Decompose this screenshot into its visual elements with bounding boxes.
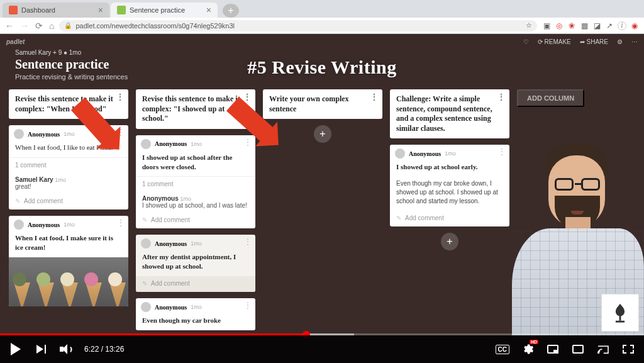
back-icon[interactable]: ← [5,21,14,31]
ext-icon[interactable]: ▣ [542,21,551,30]
board-title: Sentence practice [15,57,128,72]
comment-text: I showed up at school, and I was late! [142,202,247,209]
card-author: Anonymous [155,304,187,311]
share-button[interactable]: ➦ SHARE [580,38,608,45]
column-header[interactable]: Write your own complex sentence ⋮ [263,89,382,119]
forward-icon[interactable]: → [20,21,29,31]
close-icon[interactable]: × [98,5,103,15]
card-body: After my dentist appointment, I showed u… [136,250,255,276]
add-card-button[interactable]: + [314,125,331,143]
padlet-topbar: padlet ♡ ⟳ REMAKE ➦ SHARE ⚙ ⋯ [0,34,644,49]
add-comment-button[interactable]: ✎Add comment [136,276,255,292]
next-button[interactable] [34,342,48,356]
board-header: Samuel Kary + 9 ● 1mo Sentence practice … [15,49,128,81]
ext-icon[interactable]: ❀ [567,21,576,30]
ext-icon[interactable]: ◎ [555,21,564,30]
card-body: I showed up at school after the doors we… [136,150,255,177]
comment: Anonymous 1mo I showed up at school, and… [136,191,255,213]
add-comment-button[interactable]: ✎Add comment [390,211,509,226]
info-icon[interactable]: i [618,21,626,30]
settings-icon[interactable]: ⚙ [617,38,623,45]
avatar-icon [14,220,24,230]
comment-author: Anonymous [142,195,179,202]
comment: Samuel Kary 1mo great! [9,172,128,194]
avatar-icon [141,302,151,312]
column: Revise this sentence to make it complex:… [9,89,128,306]
column-header[interactable]: Challenge: Write a simple sentence, comp… [390,89,509,138]
fullscreen-button[interactable] [621,342,635,356]
settings-button[interactable]: HD [521,342,535,356]
card-menu-icon[interactable]: ⋮ [498,147,506,156]
card-menu-icon[interactable]: ⋮ [244,138,252,147]
captions-button[interactable]: CC [496,345,509,354]
board-author[interactable]: Samuel Kary [15,49,51,56]
remake-button[interactable]: ⟳ REMAKE [538,38,571,45]
post-card[interactable]: ⋮ Anonymous1mo After my dentist appointm… [136,235,255,292]
post-card[interactable]: ⋮ Anonymous1mo I showed up at school aft… [136,135,255,229]
comment-icon: ✎ [15,198,20,204]
favicon-icon [117,6,126,14]
add-column-button[interactable]: ADD COLUMN [517,89,584,107]
home-icon[interactable]: ⌂ [49,21,54,31]
channel-badge [601,294,639,332]
padlet-logo[interactable]: padlet [6,38,25,45]
card-time: 1mo [191,240,202,247]
volume-button[interactable] [59,342,73,356]
url-input[interactable]: 🔒 padlet.com/newedtechclassroom/s0g74nle… [59,20,537,31]
comment-icon: ✎ [142,280,147,287]
play-button[interactable] [9,342,23,356]
comments-count[interactable]: 1 comment [9,157,128,172]
post-card[interactable]: ⋮ Anonymous1mo I showed up at school ear… [390,145,509,226]
add-comment-button[interactable]: ✎Add comment [9,194,128,209]
column-header[interactable]: Revise this sentence to make it complex:… [9,89,128,119]
new-tab-button[interactable]: + [223,4,239,18]
extension-icons: ▣ ◎ ❀ ▦ ◪ ↗ i ◉ [542,21,639,30]
miniplayer-button[interactable] [546,342,560,356]
post-card[interactable]: ⋮ Anonymous1mo When I eat food, I make s… [9,216,128,306]
add-card-button[interactable]: + [441,233,458,250]
card-image [9,257,128,306]
column-title: Challenge: Write a simple sentence, comp… [396,94,492,133]
comments-count[interactable]: 1 comment [136,176,255,191]
like-button[interactable]: ♡ [523,38,529,45]
avatar-icon [14,129,24,139]
board-subtitle: Practice revising & writing sentences [15,73,128,81]
column-menu-icon[interactable]: ⋮ [370,92,379,103]
video-time: 6:22 / 13:26 [84,345,124,354]
ext-icon[interactable]: ◪ [592,21,601,30]
tab-label: Dashboard [21,6,55,14]
comment-time: 1mo [180,196,192,202]
card-author: Anonymous [28,221,60,228]
card-menu-icon[interactable]: ⋮ [117,218,125,227]
card-time: 1mo [64,131,75,137]
cast-button[interactable] [596,342,610,356]
ext-icon[interactable]: ◉ [630,21,639,30]
browser-tab-bar: Dashboard × Sentence practice × + [0,0,644,18]
column-menu-icon[interactable]: ⋮ [497,92,506,103]
card-time: 1mo [64,221,75,228]
column-title: Write your own complex sentence [269,94,349,113]
card-menu-icon[interactable]: ⋮ [244,237,252,246]
column: Challenge: Write a simple sentence, comp… [390,89,509,250]
column-title: Revise this sentence to make it complex:… [15,94,113,113]
column-menu-icon[interactable]: ⋮ [116,92,125,103]
star-icon[interactable]: ☆ [526,21,532,30]
post-card[interactable]: ⋮ Anonymous1mo Even though my car broke [136,298,255,330]
card-time: 1mo [445,150,456,157]
browser-tab-sentence-practice[interactable]: Sentence practice × [111,3,218,18]
hd-badge: HD [530,340,538,344]
more-icon[interactable]: ⋯ [631,38,638,45]
ext-icon[interactable]: ▦ [580,21,589,30]
nav-controls: ← → ⟳ ⌂ [5,21,54,31]
add-comment-button[interactable]: ✎Add comment [136,213,255,228]
browser-tab-dashboard[interactable]: Dashboard × [3,3,109,18]
card-author: Anonymous [28,131,60,138]
close-icon[interactable]: × [206,5,211,15]
avatar-icon [141,238,151,249]
theater-button[interactable] [571,342,585,356]
card-title: I showed up at school early. [390,160,509,177]
reload-icon[interactable]: ⟳ [35,21,43,31]
ext-icon[interactable]: ↗ [605,21,614,30]
avatar-icon [141,139,151,149]
card-menu-icon[interactable]: ⋮ [244,301,252,310]
